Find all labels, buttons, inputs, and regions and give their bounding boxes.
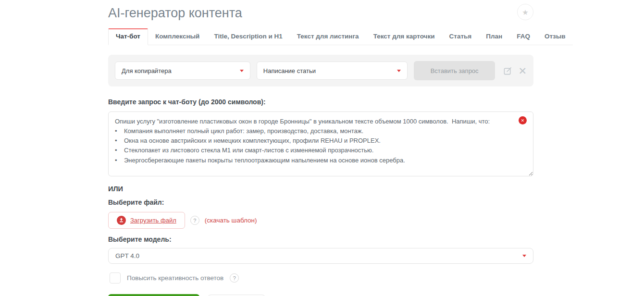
creativity-checkbox[interactable] <box>110 272 121 284</box>
tab-chat-bot[interactable]: Чат-бот <box>108 28 148 45</box>
bar-icons: ✕ <box>503 66 527 76</box>
prompt-label: Введите запрос к чат-боту (до 2000 симво… <box>108 98 533 106</box>
tab-card-text[interactable]: Текст для карточки <box>366 28 442 45</box>
chevron-down-icon <box>397 70 401 72</box>
tab-article[interactable]: Статья <box>442 28 479 45</box>
tab-title-description-h1[interactable]: Title, Description и H1 <box>207 28 289 45</box>
tool-tabs: Чат-бот Комплексный Title, Description и… <box>108 28 573 45</box>
clear-icon: ✕ <box>521 118 525 123</box>
upload-row: Загрузить файл ? (скачать шаблон) <box>108 212 533 229</box>
insert-query-button[interactable]: Вставить запрос <box>414 61 495 80</box>
ai-content-generator-page: AI-генератор контента ★ Чат-бот Комплекс… <box>108 0 533 296</box>
tab-review[interactable]: Отзыв <box>537 28 573 45</box>
download-template-link[interactable]: (скачать шаблон) <box>205 217 257 224</box>
category-select[interactable]: Для копирайтера <box>115 62 250 80</box>
model-select[interactable]: GPT 4.0 <box>108 248 533 264</box>
chevron-down-icon <box>240 70 244 72</box>
upload-file-label: Загрузить файл <box>130 217 176 224</box>
template-select[interactable]: Написание статьи <box>257 62 408 80</box>
close-icon[interactable]: ✕ <box>518 66 527 76</box>
chevron-down-icon <box>522 255 526 257</box>
upload-icon <box>117 216 126 225</box>
file-section-label: Выберите файл: <box>108 198 533 206</box>
help-icon[interactable]: ? <box>190 216 199 225</box>
page-title: AI-генератор контента <box>108 6 533 21</box>
edit-icon[interactable] <box>503 66 512 75</box>
tab-plan[interactable]: План <box>479 28 509 45</box>
generate-button[interactable]: Сгенерировать <box>108 294 199 296</box>
tab-listing-text[interactable]: Текст для листинга <box>290 28 366 45</box>
favorite-button[interactable]: ★ <box>517 4 533 20</box>
tab-complex[interactable]: Комплексный <box>148 28 207 45</box>
category-select-value: Для копирайтера <box>122 67 172 74</box>
upload-file-button[interactable]: Загрузить файл <box>108 212 185 229</box>
creativity-row: Повысить креативность ответов ? <box>110 272 533 284</box>
star-icon: ★ <box>522 9 528 16</box>
prompt-textarea[interactable]: Опиши услугу "изготовление пластиковых о… <box>108 111 533 176</box>
prompt-area: Опиши услугу "изготовление пластиковых о… <box>108 111 533 178</box>
prompt-template-bar: Для копирайтера Написание статьи Вставит… <box>108 55 533 86</box>
footer-row: Сгенерировать ≈ 320 лимитов Оцените инст… <box>108 294 533 296</box>
template-select-value: Написание статьи <box>263 67 316 74</box>
or-label: ИЛИ <box>108 185 533 193</box>
help-icon[interactable]: ? <box>230 273 239 283</box>
model-section-label: Выберите модель: <box>108 235 533 243</box>
model-select-value: GPT 4.0 <box>115 252 139 259</box>
tab-faq[interactable]: FAQ <box>509 28 537 45</box>
clear-prompt-button[interactable]: ✕ <box>519 116 527 124</box>
creativity-label: Повысить креативность ответов <box>127 274 223 282</box>
